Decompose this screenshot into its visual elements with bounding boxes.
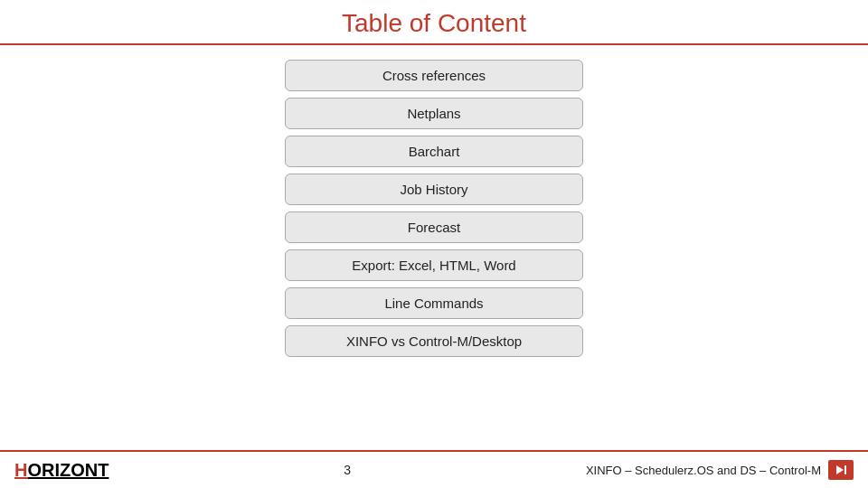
page-container: Table of Content Cross references Netpla…	[0, 0, 868, 488]
toc-item-xinfo-vs-controlm[interactable]: XINFO vs Control-M/Desktop	[285, 325, 583, 357]
toc-item-cross-references[interactable]: Cross references	[285, 60, 583, 91]
footer-right: XINFO – Schedulerz.OS and DS – Control-M	[586, 460, 854, 480]
toc-item-forecast[interactable]: Forecast	[285, 211, 583, 243]
toc-item-netplans[interactable]: Netplans	[285, 98, 583, 129]
last-slide-icon	[835, 464, 847, 476]
toc-item-job-history[interactable]: Job History	[285, 174, 583, 205]
logo-orizont: ORIZONT	[27, 460, 108, 481]
footer: HORIZONT 3 XINFO – Schedulerz.OS and DS …	[0, 450, 868, 488]
footer-page-number: 3	[344, 463, 351, 477]
toc-list: Cross references Netplans Barchart Job H…	[0, 60, 868, 357]
logo-h: H	[14, 460, 27, 481]
toc-item-line-commands[interactable]: Line Commands	[285, 287, 583, 319]
toc-item-export[interactable]: Export: Excel, HTML, Word	[285, 249, 583, 281]
main-content: Table of Content Cross references Netpla…	[0, 0, 868, 450]
last-slide-nav-button[interactable]	[828, 460, 854, 480]
svg-rect-1	[844, 465, 846, 474]
svg-marker-0	[836, 465, 844, 474]
title-divider	[0, 43, 868, 45]
footer-text: XINFO – Schedulerz.OS and DS – Control-M	[586, 464, 821, 477]
footer-logo: HORIZONT	[14, 460, 108, 481]
page-title: Table of Content	[0, 0, 868, 43]
toc-item-barchart[interactable]: Barchart	[285, 136, 583, 167]
